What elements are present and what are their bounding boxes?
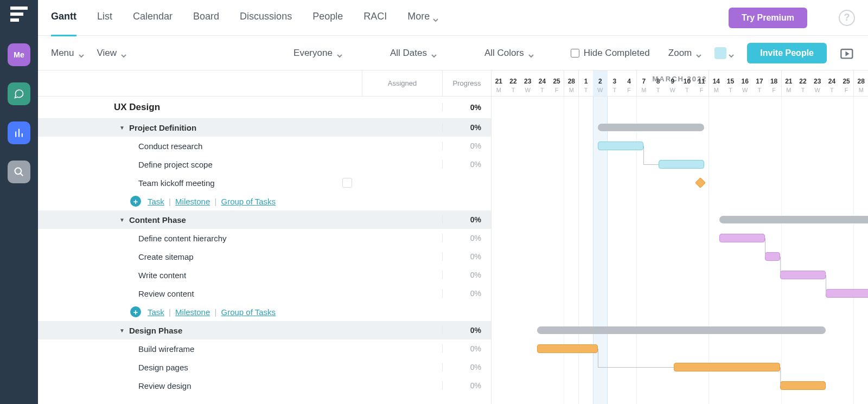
task-bar[interactable] [765, 252, 780, 261]
tab-board[interactable]: Board [193, 11, 219, 24]
task-bar[interactable] [537, 344, 598, 353]
me-button[interactable]: Me [8, 43, 30, 66]
app-logo-icon [10, 7, 28, 22]
chat-icon[interactable] [8, 82, 30, 105]
date-col: 1T [578, 70, 593, 96]
play-icon[interactable] [840, 46, 855, 61]
date-col: 25F [839, 70, 854, 96]
tab-more[interactable]: More [407, 11, 438, 24]
group-bar[interactable] [598, 124, 704, 131]
color-swatch[interactable] [714, 47, 726, 59]
date-col: 24T [535, 70, 550, 96]
task-row[interactable]: Write content0% [38, 266, 491, 284]
invite-people-button[interactable]: Invite People [747, 43, 827, 63]
toolbar: Menu View Everyone All Dates All Colors … [38, 36, 868, 70]
try-premium-button[interactable]: Try Premium [729, 8, 807, 28]
add-icon[interactable]: + [130, 196, 141, 207]
filter-everyone[interactable]: Everyone [293, 48, 342, 59]
add-milestone[interactable]: Milestone [175, 307, 210, 317]
dependency-line [598, 367, 674, 368]
date-col: 25F [550, 70, 564, 96]
date-col: 14M [709, 70, 723, 96]
date-col: 4F [622, 70, 636, 96]
view-dropdown[interactable]: View [97, 48, 127, 59]
stats-icon[interactable] [8, 121, 30, 144]
dependency-line [780, 256, 781, 275]
date-col: 3T [608, 70, 622, 96]
task-row[interactable]: Create sitemap0% [38, 247, 491, 266]
left-rail: Me [0, 0, 38, 404]
hide-completed[interactable]: Hide Completed [571, 48, 650, 59]
chevron-down-icon [433, 14, 438, 20]
add-group[interactable]: Group of Tasks [221, 197, 276, 206]
tab-raci[interactable]: RACI [363, 11, 387, 24]
date-col: 2W [593, 70, 608, 96]
task-row[interactable]: Build wireframe0% [38, 339, 491, 358]
task-row[interactable]: ▼Project Definition0% [38, 118, 491, 137]
task-bar[interactable] [598, 142, 643, 150]
dependency-line [765, 238, 765, 256]
task-row[interactable]: Review design0% [38, 376, 491, 395]
task-bar[interactable] [780, 381, 826, 390]
date-col: 24T [825, 70, 839, 96]
date-col: 21M [781, 70, 796, 96]
col-progress: Progress [442, 70, 491, 96]
help-icon[interactable]: ? [839, 10, 855, 26]
date-col: 9W [665, 70, 680, 96]
dependency-line [780, 367, 781, 386]
task-row[interactable]: Team kickoff meeting [38, 174, 491, 192]
search-icon[interactable] [8, 161, 30, 183]
tab-people[interactable]: People [312, 11, 343, 24]
task-list-panel: Assigned Progress UX Design0%▼Project De… [38, 70, 492, 404]
group-bar[interactable] [719, 216, 868, 223]
date-col: 10T [680, 70, 694, 96]
hide-completed-checkbox[interactable] [571, 49, 579, 57]
task-bar[interactable] [780, 271, 826, 279]
group-bar[interactable] [537, 326, 826, 334]
task-row[interactable]: Conduct research0% [38, 137, 491, 155]
date-col: 16W [738, 70, 752, 96]
dependency-line [643, 164, 659, 165]
task-row[interactable]: Define project scope0% [38, 155, 491, 174]
task-row[interactable]: Define content hierarchy0% [38, 229, 491, 247]
add-row: + Task | Milestone | Group of Tasks [38, 192, 491, 210]
filter-dates[interactable]: All Dates [390, 48, 437, 59]
dependency-line [643, 146, 644, 164]
task-row[interactable]: Design pages0% [38, 358, 491, 376]
date-col: 8T [651, 70, 666, 96]
col-assigned: Assigned [362, 70, 442, 96]
tab-calendar[interactable]: Calendar [133, 11, 173, 24]
task-row[interactable]: ▼Design Phase0% [38, 321, 491, 339]
task-bar[interactable] [674, 363, 780, 371]
task-row[interactable]: ▼Content Phase0% [38, 210, 491, 229]
date-col: 28M [564, 70, 578, 96]
date-col: 22T [796, 70, 810, 96]
gantt-panel[interactable]: MARCH 2022 21M22T23W24T25F28M1T2W3T4F7M8… [492, 70, 868, 404]
date-col: 17T [752, 70, 767, 96]
zoom-dropdown[interactable]: Zoom [668, 48, 701, 59]
menu-dropdown[interactable]: Menu [51, 48, 84, 59]
date-col: 28M [853, 70, 868, 96]
add-task[interactable]: Task [148, 197, 164, 206]
task-row[interactable]: UX Design0% [38, 97, 491, 118]
filter-colors[interactable]: All Colors [484, 48, 534, 59]
add-milestone[interactable]: Milestone [175, 197, 210, 206]
task-row[interactable]: Review content0% [38, 284, 491, 303]
tab-gantt[interactable]: Gantt [51, 11, 76, 24]
date-col: 18F [767, 70, 781, 96]
add-task[interactable]: Task [148, 307, 164, 317]
chevron-down-icon[interactable] [729, 50, 734, 56]
task-bar[interactable] [719, 234, 765, 242]
add-group[interactable]: Group of Tasks [221, 307, 276, 317]
add-row: + Task | Milestone | Group of Tasks [38, 303, 491, 321]
add-icon[interactable]: + [130, 306, 141, 317]
task-bar[interactable] [659, 160, 704, 169]
tab-list[interactable]: List [97, 11, 112, 24]
date-col: 15T [723, 70, 738, 96]
date-col: 21M [492, 70, 506, 96]
task-bar[interactable] [826, 289, 868, 298]
date-col: 7M [636, 70, 651, 96]
tab-discussions[interactable]: Discussions [240, 11, 292, 24]
date-col: 11F [694, 70, 709, 96]
date-col: 23W [520, 70, 535, 96]
